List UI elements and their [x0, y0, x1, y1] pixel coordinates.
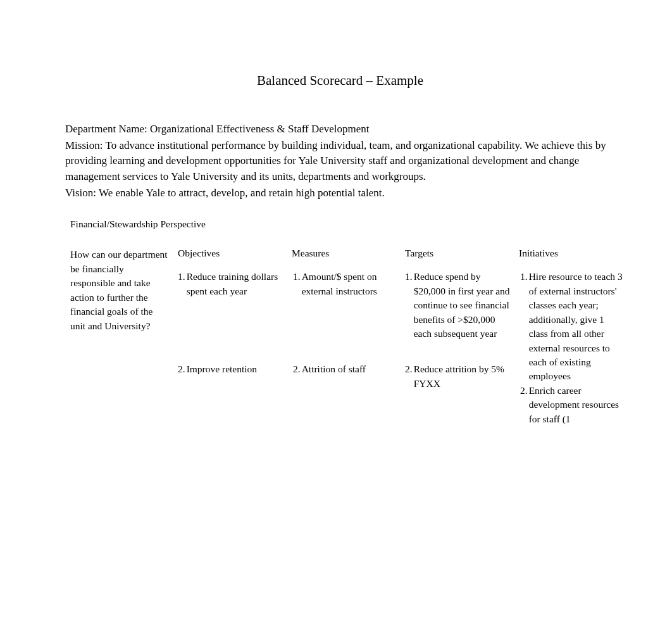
vision-statement: Vision: We enable Yale to attract, devel… [65, 186, 609, 201]
initiative-item: 1. Hire resource to teach 3 of external … [519, 270, 625, 384]
measure-item: 2. Attrition of staff [292, 362, 397, 376]
perspective-heading: Financial/Stewardship Perspective [70, 218, 609, 230]
item-number: 1. [519, 270, 529, 384]
header-block: Department Name: Organizational Effectiv… [65, 122, 609, 201]
document-title: Balanced Scorecard – Example [65, 73, 609, 89]
target-text: Reduce spend by $20,000 in first year an… [414, 270, 511, 362]
item-number: 1. [292, 270, 302, 362]
initiatives-header: Initiatives [519, 248, 625, 259]
perspective-question: How can our department be financially re… [70, 248, 170, 333]
item-number: 1. [405, 270, 414, 362]
item-number: 1. [178, 270, 187, 362]
item-number: 2. [519, 384, 529, 426]
targets-header: Targets [405, 248, 511, 259]
target-item: 2. Reduce attrition by 5% FYXX [405, 362, 511, 391]
department-name: Department Name: Organizational Effectiv… [65, 122, 609, 137]
initiative-item: 2. Enrich career development resources f… [519, 384, 625, 426]
initiative-text: Enrich career development resources for … [529, 384, 625, 426]
target-item: 1. Reduce spend by $20,000 in first year… [405, 270, 511, 362]
measure-text: Attrition of staff [302, 362, 397, 376]
measures-header: Measures [292, 248, 397, 259]
scorecard-grid: How can our department be financially re… [70, 248, 609, 426]
measure-text: Amount/$ spent on external instructors [302, 270, 397, 362]
item-number: 2. [178, 362, 187, 376]
item-number: 2. [292, 362, 302, 376]
initiative-text: Hire resource to teach 3 of external ins… [529, 270, 625, 384]
objective-item: 1. Reduce training dollars spent each ye… [178, 270, 284, 362]
item-number: 2. [405, 362, 414, 391]
objectives-header: Objectives [178, 248, 284, 259]
measure-item: 1. Amount/$ spent on external instructor… [292, 270, 397, 362]
target-text: Reduce attrition by 5% FYXX [414, 362, 511, 391]
objective-item: 2. Improve retention [178, 362, 284, 376]
objective-text: Reduce training dollars spent each year [187, 270, 284, 362]
mission-statement: Mission: To advance institutional perfor… [65, 138, 609, 185]
objective-text: Improve retention [187, 362, 284, 376]
